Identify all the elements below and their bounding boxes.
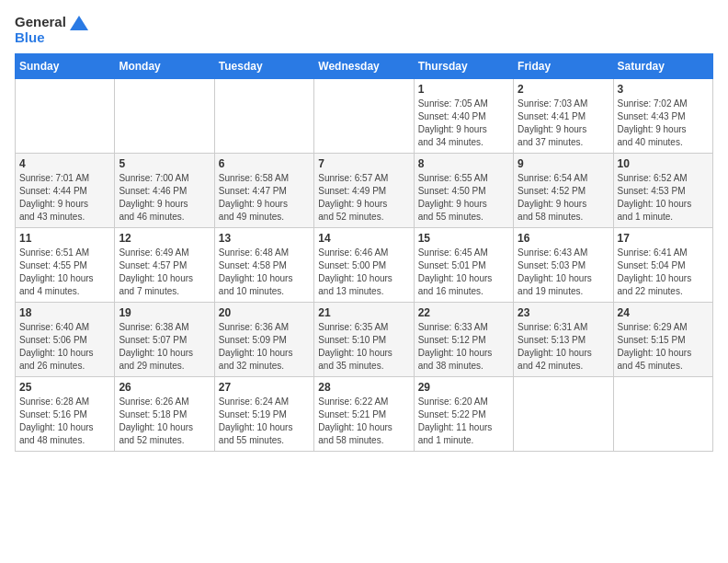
day-info: Sunrise: 6:48 AMSunset: 4:58 PMDaylight:… [219,247,310,298]
calendar-cell: 12Sunrise: 6:49 AMSunset: 4:57 PMDayligh… [115,227,214,302]
weekday-header-saturday: Saturday [613,53,712,78]
day-number: 4 [19,157,110,170]
day-info: Sunrise: 7:00 AMSunset: 4:46 PMDaylight:… [119,172,210,224]
day-number: 22 [418,306,509,319]
day-number: 3 [618,83,709,96]
day-number: 28 [318,381,409,394]
day-number: 24 [618,306,709,319]
day-number: 1 [418,83,509,96]
day-info: Sunrise: 6:28 AMSunset: 5:16 PMDaylight:… [19,396,110,447]
calendar-cell [314,78,414,153]
day-number: 19 [119,306,210,319]
day-info: Sunrise: 6:36 AMSunset: 5:09 PMDaylight:… [219,321,310,373]
day-info: Sunrise: 6:33 AMSunset: 5:12 PMDaylight:… [418,321,509,373]
day-info: Sunrise: 6:35 AMSunset: 5:10 PMDaylight:… [318,321,409,373]
day-info: Sunrise: 6:55 AMSunset: 4:50 PMDaylight:… [418,172,509,224]
calendar-cell: 9Sunrise: 6:54 AMSunset: 4:52 PMDaylight… [514,153,613,227]
calendar-cell: 3Sunrise: 7:02 AMSunset: 4:43 PMDaylight… [613,78,712,153]
day-info: Sunrise: 6:38 AMSunset: 5:07 PMDaylight:… [119,321,210,373]
header: General Blue [15,15,713,46]
day-info: Sunrise: 6:43 AMSunset: 5:03 PMDaylight:… [518,247,609,298]
calendar-cell: 27Sunrise: 6:24 AMSunset: 5:19 PMDayligh… [214,376,313,451]
calendar-cell: 4Sunrise: 7:01 AMSunset: 4:44 PMDaylight… [16,153,115,227]
calendar-cell: 1Sunrise: 7:05 AMSunset: 4:40 PMDaylight… [414,78,513,153]
weekday-header-tuesday: Tuesday [214,53,313,78]
calendar-cell: 20Sunrise: 6:36 AMSunset: 5:09 PMDayligh… [214,302,313,376]
day-number: 7 [318,157,409,170]
day-number: 5 [119,157,210,170]
day-number: 16 [518,232,609,245]
day-number: 21 [318,306,409,319]
day-info: Sunrise: 7:01 AMSunset: 4:44 PMDaylight:… [19,172,110,224]
calendar-cell: 18Sunrise: 6:40 AMSunset: 5:06 PMDayligh… [16,302,115,376]
day-info: Sunrise: 6:46 AMSunset: 5:00 PMDaylight:… [318,247,409,298]
calendar-cell: 26Sunrise: 6:26 AMSunset: 5:18 PMDayligh… [115,376,214,451]
week-row-4: 18Sunrise: 6:40 AMSunset: 5:06 PMDayligh… [16,302,713,376]
calendar-cell: 25Sunrise: 6:28 AMSunset: 5:16 PMDayligh… [16,376,115,451]
day-number: 20 [219,306,310,319]
calendar-cell: 13Sunrise: 6:48 AMSunset: 4:58 PMDayligh… [214,227,313,302]
day-number: 26 [119,381,210,394]
calendar-cell: 16Sunrise: 6:43 AMSunset: 5:03 PMDayligh… [514,227,613,302]
day-info: Sunrise: 6:41 AMSunset: 5:04 PMDaylight:… [618,247,709,298]
calendar-cell [514,376,613,451]
day-info: Sunrise: 6:24 AMSunset: 5:19 PMDaylight:… [219,396,310,447]
calendar-table: SundayMondayTuesdayWednesdayThursdayFrid… [15,53,713,452]
day-info: Sunrise: 6:51 AMSunset: 4:55 PMDaylight:… [19,247,110,298]
day-number: 9 [518,157,609,170]
calendar-cell: 11Sunrise: 6:51 AMSunset: 4:55 PMDayligh… [16,227,115,302]
weekday-header-row: SundayMondayTuesdayWednesdayThursdayFrid… [16,53,713,78]
day-info: Sunrise: 6:31 AMSunset: 5:13 PMDaylight:… [518,321,609,373]
calendar-cell: 24Sunrise: 6:29 AMSunset: 5:15 PMDayligh… [613,302,712,376]
day-number: 15 [418,232,509,245]
calendar-cell: 5Sunrise: 7:00 AMSunset: 4:46 PMDaylight… [115,153,214,227]
day-info: Sunrise: 6:29 AMSunset: 5:15 PMDaylight:… [618,321,709,373]
day-info: Sunrise: 6:54 AMSunset: 4:52 PMDaylight:… [518,172,609,224]
svg-marker-0 [70,16,88,30]
day-number: 12 [119,232,210,245]
day-number: 25 [19,381,110,394]
calendar-cell: 10Sunrise: 6:52 AMSunset: 4:53 PMDayligh… [613,153,712,227]
day-number: 29 [418,381,509,394]
day-info: Sunrise: 6:40 AMSunset: 5:06 PMDaylight:… [19,321,110,373]
day-info: Sunrise: 6:58 AMSunset: 4:47 PMDaylight:… [219,172,310,224]
calendar-cell [115,78,214,153]
weekday-header-sunday: Sunday [16,53,115,78]
calendar-cell: 6Sunrise: 6:58 AMSunset: 4:47 PMDaylight… [214,153,313,227]
day-info: Sunrise: 6:49 AMSunset: 4:57 PMDaylight:… [119,247,210,298]
calendar-cell: 8Sunrise: 6:55 AMSunset: 4:50 PMDaylight… [414,153,513,227]
week-row-3: 11Sunrise: 6:51 AMSunset: 4:55 PMDayligh… [16,227,713,302]
calendar-cell: 29Sunrise: 6:20 AMSunset: 5:22 PMDayligh… [414,376,513,451]
day-info: Sunrise: 6:26 AMSunset: 5:18 PMDaylight:… [119,396,210,447]
day-info: Sunrise: 6:22 AMSunset: 5:21 PMDaylight:… [318,396,409,447]
calendar-cell: 22Sunrise: 6:33 AMSunset: 5:12 PMDayligh… [414,302,513,376]
day-number: 11 [19,232,110,245]
calendar-cell: 2Sunrise: 7:03 AMSunset: 4:41 PMDaylight… [514,78,613,153]
weekday-header-wednesday: Wednesday [314,53,414,78]
day-number: 18 [19,306,110,319]
calendar-cell: 17Sunrise: 6:41 AMSunset: 5:04 PMDayligh… [613,227,712,302]
calendar-cell: 15Sunrise: 6:45 AMSunset: 5:01 PMDayligh… [414,227,513,302]
day-info: Sunrise: 6:45 AMSunset: 5:01 PMDaylight:… [418,247,509,298]
weekday-header-friday: Friday [514,53,613,78]
weekday-header-monday: Monday [115,53,214,78]
day-number: 14 [318,232,409,245]
logo-blue: Blue [15,30,45,46]
day-number: 2 [518,83,609,96]
calendar-cell: 14Sunrise: 6:46 AMSunset: 5:00 PMDayligh… [314,227,414,302]
week-row-5: 25Sunrise: 6:28 AMSunset: 5:16 PMDayligh… [16,376,713,451]
day-number: 8 [418,157,509,170]
day-number: 23 [518,306,609,319]
calendar-cell [16,78,115,153]
day-info: Sunrise: 6:52 AMSunset: 4:53 PMDaylight:… [618,172,709,224]
calendar-cell: 21Sunrise: 6:35 AMSunset: 5:10 PMDayligh… [314,302,414,376]
calendar-cell: 7Sunrise: 6:57 AMSunset: 4:49 PMDaylight… [314,153,414,227]
day-number: 17 [618,232,709,245]
day-info: Sunrise: 7:02 AMSunset: 4:43 PMDaylight:… [618,98,709,149]
logo-general: General [15,15,88,30]
day-info: Sunrise: 7:03 AMSunset: 4:41 PMDaylight:… [518,98,609,149]
day-number: 10 [618,157,709,170]
calendar-cell: 19Sunrise: 6:38 AMSunset: 5:07 PMDayligh… [115,302,214,376]
day-number: 6 [219,157,310,170]
day-info: Sunrise: 6:57 AMSunset: 4:49 PMDaylight:… [318,172,409,224]
